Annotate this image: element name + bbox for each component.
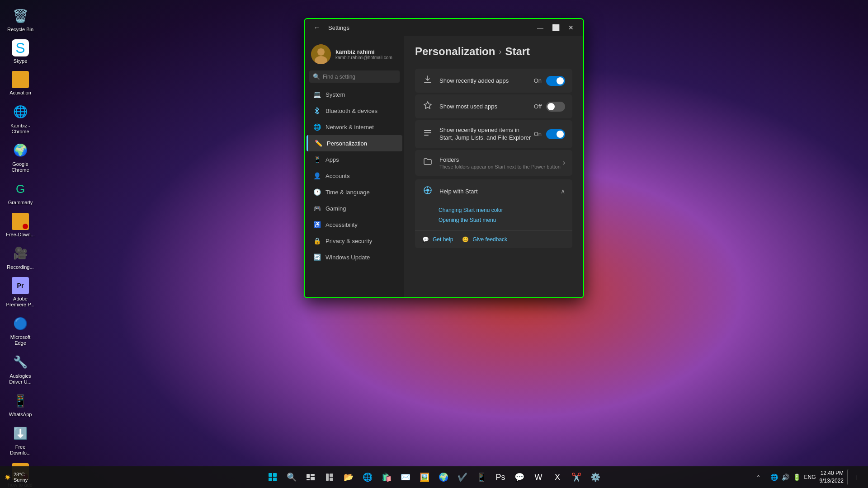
accessibility-icon: ♿ <box>313 221 321 229</box>
nav-item-accessibility[interactable]: ♿ Accessibility <box>307 216 402 233</box>
show-desktop-button[interactable]: | <box>847 469 863 485</box>
taskbar-right: ^ 🌐 🔊 🔋 ENG 12:40 PM 9/13/2022 | <box>750 469 863 485</box>
time-language-icon: 🕐 <box>313 188 321 196</box>
phone-link[interactable]: 📱 <box>473 469 490 485</box>
recording-label: Recording... <box>7 264 33 270</box>
network-icon: 🌐 <box>313 123 321 131</box>
recycle-bin-icon: 🗑️ <box>11 7 29 25</box>
breadcrumb: Personalization <box>415 45 495 58</box>
desktop-icon-kambiz-chrome[interactable]: 🌐 Kambiz - Chrome <box>2 101 38 137</box>
nav-item-windows-update[interactable]: 🔄 Windows Update <box>307 249 402 265</box>
help-header[interactable]: Help with Start ∧ <box>415 179 572 203</box>
klok-button[interactable]: ✔️ <box>454 469 471 485</box>
chrome-taskbar[interactable]: 🌍 <box>435 469 452 485</box>
search-icon: 🔍 <box>313 73 320 80</box>
folders-desc: These folders appear on Start next to th… <box>439 164 561 169</box>
mail-button[interactable]: ✉️ <box>397 469 414 485</box>
page-header: Personalization › Start <box>415 45 572 58</box>
photos-button[interactable]: 🖼️ <box>416 469 433 485</box>
search-input[interactable] <box>323 74 396 80</box>
store-button[interactable]: 🛍️ <box>378 469 395 485</box>
svg-point-8 <box>426 189 429 192</box>
widgets-button[interactable] <box>321 469 338 485</box>
desktop-icon-adobe-premiere[interactable]: Pr Adobe Premiere P... <box>2 275 38 310</box>
file-explorer-button[interactable]: 📂 <box>340 469 357 485</box>
desktop-icon-auslogics[interactable]: 🔧 Auslogics Driver U... <box>2 351 38 387</box>
get-help-button[interactable]: 💬 Get help <box>422 236 453 243</box>
snip-button[interactable]: ✂️ <box>568 469 585 485</box>
recently-opened-toggle[interactable] <box>546 129 565 139</box>
word-button[interactable]: W <box>530 469 547 485</box>
desktop-icon-skype[interactable]: S Skype <box>2 37 38 66</box>
profile-info: kambiz rahimi kambiz.rahimi@hotmail.com <box>335 48 392 60</box>
desktop-icon-whatsapp[interactable]: 📱 WhatsApp <box>2 389 38 420</box>
recently-opened-toggle-label: On <box>534 131 542 137</box>
folders-item[interactable]: Folders These folders appear on Start ne… <box>415 150 572 176</box>
bluetooth-icon <box>313 107 321 115</box>
settings-taskbar[interactable]: ⚙️ <box>587 469 604 485</box>
skype-label: Skype <box>14 58 28 64</box>
nav-item-apps[interactable]: 📱 Apps <box>307 151 402 168</box>
battery-tray[interactable]: 🔋 <box>793 474 801 481</box>
svg-point-1 <box>317 48 325 56</box>
desktop-icon-recording[interactable]: 🎥 Recording... <box>2 242 38 272</box>
help-link-open[interactable]: Opening the Start menu <box>439 215 565 225</box>
desktop-icon-free-downlo[interactable]: ⬇️ Free Downlo... <box>2 422 38 458</box>
give-feedback-button[interactable]: 😊 Give feedback <box>462 236 507 243</box>
nav-item-time-language[interactable]: 🕐 Time & language <box>307 184 402 200</box>
show-hidden-icons[interactable]: ^ <box>750 469 767 485</box>
nav-item-bluetooth[interactable]: Bluetooth & devices <box>307 103 402 119</box>
desktop-icon-grammarly[interactable]: G Grammarly <box>2 178 38 208</box>
maximize-button[interactable]: ⬜ <box>549 23 562 33</box>
minimize-button[interactable]: — <box>533 23 547 33</box>
close-button[interactable]: ✕ <box>564 23 578 33</box>
volume-tray[interactable]: 🔊 <box>782 474 789 481</box>
recently-added-label: Show recently added apps <box>439 77 509 84</box>
help-collapse-icon: ∧ <box>561 188 565 195</box>
folders-title: Folders <box>439 156 561 163</box>
excel-button[interactable]: X <box>549 469 566 485</box>
svg-rect-10 <box>273 473 277 477</box>
help-link-color[interactable]: Changing Start menu color <box>439 205 565 215</box>
system-clock[interactable]: 12:40 PM 9/13/2022 <box>820 469 844 485</box>
task-view-button[interactable] <box>302 469 319 485</box>
recently-added-right: On <box>534 76 565 86</box>
svg-rect-17 <box>326 474 329 481</box>
network-tray[interactable]: 🌐 <box>770 474 778 481</box>
search-box[interactable]: 🔍 <box>309 70 400 83</box>
page-title: Start <box>505 45 530 58</box>
window-title: Settings <box>328 24 349 31</box>
desktop-icon-activation[interactable]: Activation <box>2 69 38 98</box>
windows-update-icon: 🔄 <box>313 253 321 261</box>
privacy-icon: 🔒 <box>313 237 321 245</box>
desktop-icon-google-chrome[interactable]: 🌍 Google Chrome <box>2 139 38 175</box>
search-button[interactable]: 🔍 <box>283 469 300 485</box>
edge-button[interactable]: 🌐 <box>359 469 376 485</box>
photoshop-button[interactable]: Ps <box>492 469 509 485</box>
nav-item-gaming[interactable]: 🎮 Gaming <box>307 200 402 216</box>
personalization-icon: ✏️ <box>314 139 322 147</box>
recently-added-icon <box>422 75 433 86</box>
back-button[interactable]: ← <box>310 23 324 33</box>
svg-rect-14 <box>311 474 315 476</box>
profile-name: kambiz rahimi <box>335 48 392 55</box>
desktop-icon-microsoft-edge[interactable]: 🔵 Microsoft Edge <box>2 312 38 348</box>
whatsapp-taskbar[interactable]: 💬 <box>511 469 528 485</box>
most-used-toggle[interactable] <box>546 102 565 112</box>
profile-email: kambiz.rahimi@hotmail.com <box>335 55 392 60</box>
recently-added-toggle[interactable] <box>546 76 565 86</box>
nav-item-network[interactable]: 🌐 Network & internet <box>307 119 402 135</box>
desktop-icon-recycle-bin[interactable]: 🗑️ Recycle Bin <box>2 5 38 35</box>
setting-recently-opened: Show recently opened items inStart, Jump… <box>415 120 572 148</box>
desktop-icon-free-download[interactable]: Free-Down... <box>2 211 38 240</box>
nav-item-system[interactable]: 💻 System <box>307 86 402 103</box>
kambiz-chrome-icon: 🌐 <box>11 103 29 121</box>
start-button[interactable] <box>264 469 281 485</box>
nav-item-accounts[interactable]: 👤 Accounts <box>307 168 402 184</box>
language-indicator[interactable]: ENG <box>804 474 816 480</box>
nav-item-privacy[interactable]: 🔒 Privacy & security <box>307 233 402 249</box>
svg-rect-12 <box>273 478 277 481</box>
nav-item-personalization[interactable]: ✏️ Personalization <box>307 135 402 151</box>
folders-chevron-icon: › <box>563 159 565 167</box>
help-icon <box>422 186 433 197</box>
